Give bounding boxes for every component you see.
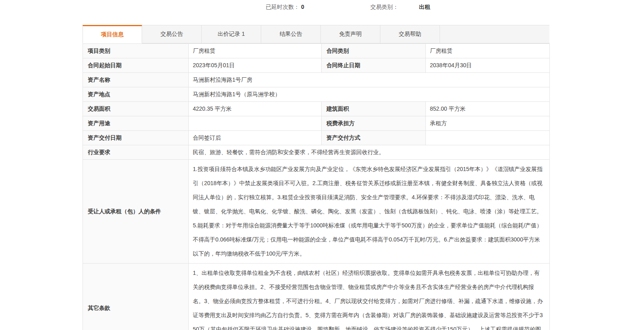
delay-count-value: 0 [301, 4, 304, 10]
table-row: 资产交付日期 合同签订后 资产交付方式 [83, 131, 550, 145]
top-info-bar: 已延时次数： 0 交易类别： 出租 [0, 0, 644, 25]
tab-project-info[interactable]: 项目信息 [83, 25, 142, 43]
table-row: 项目类别 厂房租赁 合同类别 厂房租赁 [83, 44, 550, 58]
cell-label: 项目类别 [83, 44, 189, 58]
cell-label: 交易面积 [83, 102, 189, 116]
table-row: 行业要求 民宿、旅游、轻餐饮，需符合消防和安全要求，不得经营再生资源回收行业。 [83, 145, 550, 160]
cell-value: 合同签订后 [189, 131, 322, 145]
cell-label: 行业要求 [83, 145, 189, 160]
cell-value: 1.投资项目须符合本镇及水乡功能区产业发展方向及产业定位，《东莞水乡特色发展经济… [189, 160, 550, 264]
cell-label: 税费承担方 [322, 116, 426, 131]
cell-value: 2038年04月30日 [426, 58, 550, 73]
tab-project-info-label: 项目信息 [101, 31, 124, 38]
cell-value [189, 116, 322, 131]
cell-label: 资产地点 [83, 87, 189, 102]
tab-disclaimer[interactable]: 免责声明 [321, 25, 380, 43]
cell-value: 1、出租单位收取竞得单位租金为不含税，由镇农村（社区）经济组织票据收取。竞得单位… [189, 264, 550, 330]
table-row-other-terms: 其它条款 1、出租单位收取竞得单位租金为不含税，由镇农村（社区）经济组织票据收取… [83, 264, 550, 330]
trade-category-value: 出租 [419, 4, 430, 11]
trade-category-label: 交易类别： [370, 4, 398, 11]
table-row: 资产地点 马洲新村沿海路1号（原马洲学校） [83, 87, 550, 102]
cell-value: 马洲新村沿海路1号（原马洲学校） [189, 87, 550, 102]
cell-value: 852.00 平方米 [426, 102, 550, 116]
tab-trade-help[interactable]: 交易帮助 [380, 25, 440, 43]
cell-label: 合同起始日期 [83, 58, 189, 73]
table-row-conditions: 受让人或承租（包）人的条件 1.投资项目须符合本镇及水乡功能区产业发展方向及产业… [83, 160, 550, 264]
main-content: 项目信息 交易公告 出价记录 1 结果公告 免责声明 交易帮助 项目类别 厂房租… [83, 25, 549, 330]
project-info-table: 项目类别 厂房租赁 合同类别 厂房租赁 合同起始日期 2023年05月01日 合… [83, 43, 550, 330]
cell-value: 厂房租赁 [189, 44, 322, 58]
tab-trade-help-label: 交易帮助 [399, 31, 421, 38]
cell-label: 资产用途 [83, 116, 189, 131]
cell-value [426, 131, 550, 145]
tab-bar-filler [440, 25, 549, 43]
tab-trade-notice[interactable]: 交易公告 [142, 25, 202, 43]
cell-label: 其它条款 [83, 264, 189, 330]
table-row: 合同起始日期 2023年05月01日 合同终止日期 2038年04月30日 [83, 58, 550, 73]
cell-value: 承租方 [426, 116, 550, 131]
cell-value: 4220.35 平方米 [189, 102, 322, 116]
table-row: 资产名称 马洲新村沿海路1号厂房 [83, 73, 550, 87]
cell-label: 合同类别 [322, 44, 426, 58]
tab-result-notice-label: 结果公告 [280, 31, 302, 38]
delay-count-label: 已延时次数： [266, 4, 299, 11]
cell-value: 厂房租赁 [426, 44, 550, 58]
cell-value: 2023年05月01日 [189, 58, 322, 73]
cell-value: 马洲新村沿海路1号厂房 [189, 73, 550, 87]
tab-bid-records[interactable]: 出价记录 1 [202, 25, 261, 43]
cell-value: 民宿、旅游、轻餐饮，需符合消防和安全要求，不得经营再生资源回收行业。 [189, 145, 550, 160]
table-row: 资产用途 税费承担方 承租方 [83, 116, 550, 131]
cell-label: 合同终止日期 [322, 58, 426, 73]
cell-label: 建筑面积 [322, 102, 426, 116]
cell-label: 资产交付方式 [322, 131, 426, 145]
cell-label: 受让人或承租（包）人的条件 [83, 160, 189, 264]
cell-label: 资产交付日期 [83, 131, 189, 145]
cell-label: 资产名称 [83, 73, 189, 87]
tab-trade-notice-label: 交易公告 [161, 31, 183, 38]
tab-bar: 项目信息 交易公告 出价记录 1 结果公告 免责声明 交易帮助 [83, 25, 549, 43]
tab-disclaimer-label: 免责声明 [339, 31, 362, 38]
tab-bid-records-label: 出价记录 1 [218, 31, 245, 38]
tab-result-notice[interactable]: 结果公告 [261, 25, 321, 43]
table-row: 交易面积 4220.35 平方米 建筑面积 852.00 平方米 [83, 102, 550, 116]
